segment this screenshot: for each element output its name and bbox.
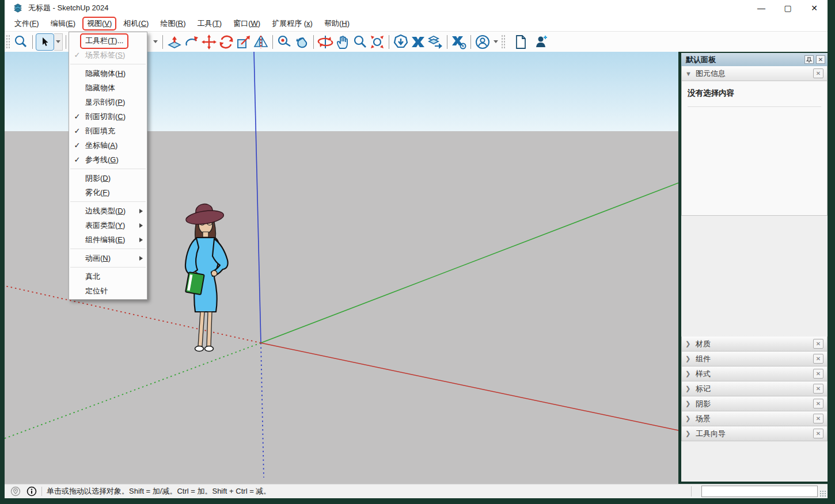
toolbar-grip-2[interactable] [501,35,506,49]
submenu-arrow-icon [139,256,143,261]
view-menu-item-11[interactable]: 边线类型(D) [69,204,147,218]
chevron-right-icon: ❯ [685,430,696,437]
status-bar: 单击或拖动以选择对象。Shift = 加/减。Ctrl = 加。Shift + … [5,484,828,498]
chevron-right-icon: ❯ [685,385,696,392]
menubar-item-2[interactable]: 视图(V) [82,17,116,30]
panel-section-3[interactable]: ❯标记✕ [681,381,828,396]
panel-section-6[interactable]: ❯工具向导✕ [681,426,828,441]
chevron-right-icon: ❯ [685,340,696,348]
view-menu-item-16[interactable]: 定位针 [69,284,147,298]
panel-section-5[interactable]: ❯场景✕ [681,411,828,426]
close-button[interactable]: ✕ [801,0,828,16]
view-menu-item-3[interactable]: 隐藏物体 [69,81,147,95]
menubar-item-0[interactable]: 文件(F) [9,17,45,30]
view-menu-item-6[interactable]: ✓剖面填充 [69,124,147,138]
resize-grip[interactable] [819,490,826,497]
section-close-icon[interactable]: ✕ [813,399,823,408]
chevron-right-icon: ❯ [685,400,696,407]
sketchup-window: 无标题 - SketchUp 2024 — ▢ ✕ 文件(F)编辑(E)视图(V… [5,0,828,498]
panel-title: 默认面板 [686,55,716,65]
flip-icon[interactable] [252,33,270,51]
zoom-icon[interactable] [351,33,369,51]
view-menu-item-9[interactable]: 阴影(D) [69,171,147,185]
title-bar: 无标题 - SketchUp 2024 — ▢ ✕ [5,0,828,16]
panel-close-icon[interactable]: ✕ [816,55,825,64]
tool-group-dropdown-button[interactable] [151,33,160,51]
panel-header[interactable]: 默认面板 ✕ [681,53,828,66]
zoom-tool-icon[interactable] [12,33,29,51]
scale-icon[interactable] [235,33,252,51]
account-icon[interactable] [474,33,491,51]
submenu-arrow-icon [139,223,143,228]
status-hint-text: 单击或拖动以选择对象。Shift = 加/减。Ctrl = 加。Shift + … [47,486,271,497]
chevron-right-icon: ❯ [685,355,696,362]
window-title: 无标题 - SketchUp 2024 [28,3,108,13]
menubar-item-4[interactable]: 绘图(R) [154,17,191,30]
account-dropdown-button[interactable] [491,33,500,51]
view-menu-item-7[interactable]: ✓坐标轴(A) [69,138,147,152]
menubar-item-1[interactable]: 编辑(E) [45,17,81,30]
view-menu-item-4[interactable]: 显示剖切(P) [69,95,147,109]
view-menu-item-2[interactable]: 隐藏物体(H) [69,66,147,81]
chevron-right-icon: ❯ [685,370,696,377]
zoom-extents-icon[interactable] [369,33,386,51]
follow-me-icon[interactable] [183,33,200,51]
measurement-input[interactable] [701,486,818,497]
entity-info-title: 图元信息 [696,68,726,79]
panel-section-4[interactable]: ❯阴影✕ [681,396,828,411]
3d-warehouse-icon[interactable] [392,33,409,51]
view-menu-item-10[interactable]: 雾化(F) [69,185,147,200]
tape-measure-icon[interactable] [276,33,293,51]
pan-icon[interactable] [334,33,351,51]
section-close-icon[interactable]: ✕ [813,339,823,349]
view-menu-item-5[interactable]: ✓剖面切割(C) [69,109,147,124]
view-menu-item-14[interactable]: 动画(N) [69,251,147,265]
maximize-button[interactable]: ▢ [775,0,801,16]
menubar-item-6[interactable]: 窗口(W) [227,17,266,30]
entity-info-close-icon[interactable]: ✕ [813,68,823,78]
toolbar-grip[interactable] [6,35,10,49]
menubar-item-7[interactable]: 扩展程序 (x) [266,17,318,30]
menubar-item-5[interactable]: 工具(T) [192,17,228,30]
panel-section-0[interactable]: ❯材质✕ [681,337,828,352]
chevron-down-icon: ▼ [685,70,696,77]
move-icon[interactable] [200,33,218,51]
select-dropdown-button[interactable] [54,33,63,51]
pin-icon[interactable] [804,55,814,64]
paint-bucket-icon[interactable] [293,33,310,51]
section-close-icon[interactable]: ✕ [813,414,823,423]
extension-manager-icon[interactable] [450,33,468,51]
section-close-icon[interactable]: ✕ [813,354,823,364]
section-close-icon[interactable]: ✕ [813,369,823,379]
push-pull-icon[interactable] [166,33,183,51]
entity-info-header[interactable]: ▼ 图元信息 ✕ [681,66,828,81]
send-to-layout-icon[interactable] [427,33,444,51]
menubar-item-3[interactable]: 相机(C) [117,17,154,30]
section-close-icon[interactable]: ✕ [813,429,823,438]
minimize-button[interactable]: — [748,0,775,16]
select-tool-button[interactable] [36,33,54,51]
submenu-arrow-icon [139,209,143,213]
view-menu-item-12[interactable]: 表面类型(Y) [69,218,147,232]
menu-bar: 文件(F)编辑(E)视图(V)相机(C)绘图(R)工具(T)窗口(W)扩展程序 … [5,16,828,32]
extension-warehouse-icon[interactable] [409,33,427,51]
panel-section-2[interactable]: ❯样式✕ [681,366,828,381]
view-menu-item-8[interactable]: ✓参考线(G) [69,152,147,167]
submenu-arrow-icon [139,238,143,242]
view-menu-item-15[interactable]: 真北 [69,269,147,284]
new-document-icon[interactable] [512,33,529,51]
rotate-icon[interactable] [218,33,235,51]
orbit-icon[interactable] [317,33,334,51]
chevron-right-icon: ❯ [685,415,696,422]
default-panel: 默认面板 ✕ ▼ 图元信息 ✕ 没有选择内容 ❯材质✕❯组件✕❯样式✕❯标记✕❯… [681,53,828,482]
panel-sections: ❯材质✕❯组件✕❯样式✕❯标记✕❯阴影✕❯场景✕❯工具向导✕ [681,337,828,441]
geolocation-icon[interactable] [10,486,21,497]
view-menu-item-13[interactable]: 组件编辑(E) [69,232,147,247]
view-menu-dropdown: 工具栏(T)...✓场景标签(S)隐藏物体(H)隐藏物体显示剖切(P)✓剖面切割… [69,32,147,300]
view-menu-item-0[interactable]: 工具栏(T)... [69,33,147,48]
menubar-item-8[interactable]: 帮助(H) [318,17,355,30]
add-collaborator-icon[interactable] [533,33,550,51]
section-close-icon[interactable]: ✕ [813,384,823,394]
panel-section-1[interactable]: ❯组件✕ [681,352,828,366]
info-icon[interactable] [26,486,37,497]
